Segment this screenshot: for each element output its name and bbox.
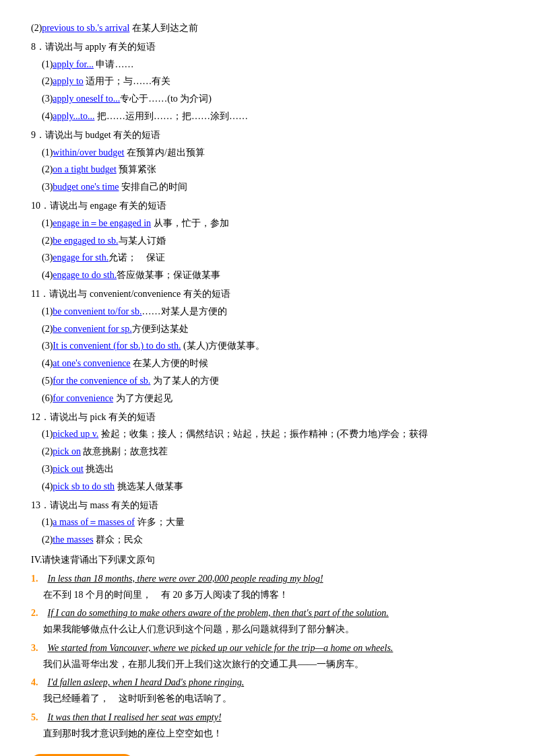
IV-item2: 2. If I can do something to make others …	[31, 605, 504, 621]
section-IV-header: IV.请快速背诵出下列课文原句	[31, 552, 504, 568]
section8-item2: (2)apply to 适用于；与……有关	[42, 73, 504, 90]
IV-item1-cn: 在不到 18 个月的时间里， 有 20 多万人阅读了我的博客！	[43, 587, 504, 603]
IV-item5: 5. It was then that I realised her seat …	[31, 710, 504, 726]
text-previous-to-cn: 在某人到达之前	[129, 23, 198, 33]
text-previous-to: (2)	[31, 23, 42, 33]
link-previous-to: previous to sb.'s arrival	[42, 23, 129, 33]
section12-item3: (3)pick out 挑选出	[42, 461, 504, 477]
section11-header: 11．请说出与 convenient/convenience 有关的短语	[31, 286, 504, 302]
section10-item2: (2)be engaged to sb.与某人订婚	[42, 233, 504, 249]
section11-item3: (3)It is convenient (for sb.) to do sth.…	[42, 338, 504, 354]
IV-item3-cn: 我们从温哥华出发，在那儿我们开上我们这次旅行的交通工具——一辆房车。	[43, 656, 504, 673]
page-content: (2)previous to sb.'s arrival 在某人到达之前 8．请…	[31, 20, 504, 756]
section12-item1: (1)picked up v. 捡起；收集；接人；偶然结识；站起，扶起；振作精神…	[42, 426, 504, 442]
IV-item4: 4. I'd fallen asleep, when I heard Dad's…	[31, 675, 504, 691]
section9-item3: (3)budget one's time 安排自己的时间	[42, 179, 504, 195]
section8-item3: (3)apply oneself to...专心于……(to 为介词)	[42, 91, 504, 107]
section9-item1: (1)within/over budget 在预算内/超出预算	[42, 145, 504, 161]
section8-header: 8．请说出与 apply 有关的短语	[31, 39, 504, 55]
section10-header: 10．请说出与 engage 有关的短语	[31, 198, 504, 214]
IV-item5-cn: 直到那时我才意识到她的座位上空空如也！	[43, 726, 504, 742]
section8-item4: (4)apply...to... 把……运用到……；把……涂到……	[42, 108, 504, 125]
IV-item2-cn: 如果我能够做点什么让人们意识到这个问题，那么问题就得到了部分解决。	[43, 621, 504, 638]
section10-item4: (4)engage to do sth.答应做某事；保证做某事	[42, 267, 504, 283]
IV-item1: 1. In less than 18 months, there were ov…	[31, 571, 504, 587]
section11-item1: (1)be convenient to/for sb.……对某人是方便的	[42, 304, 504, 320]
IV-item4-cn: 我已经睡着了， 这时听到爸爸的电话响了。	[43, 691, 504, 707]
section10-item1: (1)engage in＝be engaged in 从事，忙于，参加	[42, 215, 504, 232]
section11-item4: (4)at one's convenience 在某人方便的时候	[42, 355, 504, 372]
section11-item2: (2)be convenient for sp.方便到达某处	[42, 321, 504, 337]
section13-item1: (1)a mass of＝masses of 许多；大量	[42, 514, 504, 530]
section13-item2: (2)the masses 群众；民众	[42, 532, 504, 548]
section12-header: 12．请说出与 pick 有关的短语	[31, 409, 504, 425]
section12-item4: (4)pick sb to do sth 挑选某人做某事	[42, 479, 504, 495]
section12-item2: (2)pick on 故意挑剔；故意找茬	[42, 444, 504, 460]
section9-item2: (2)on a tight budget 预算紧张	[42, 162, 504, 178]
section8-item1: (1)apply for... 申请……	[42, 57, 504, 73]
line-previous-to: (2)previous to sb.'s arrival 在某人到达之前	[31, 20, 504, 36]
section11-item5: (5)for the convenience of sb. 为了某人的方便	[42, 373, 504, 389]
section10-item3: (3)engage for sth.允诺； 保证	[42, 250, 504, 266]
section9-header: 9．请说出与 budget 有关的短语	[31, 127, 504, 143]
section11-item6: (6)for convenience 为了方便起见	[42, 390, 504, 407]
section13-header: 13．请说出与 mass 有关的短语	[31, 497, 504, 514]
IV-item3: 3. We started from Vancouver, where we p…	[31, 640, 504, 656]
